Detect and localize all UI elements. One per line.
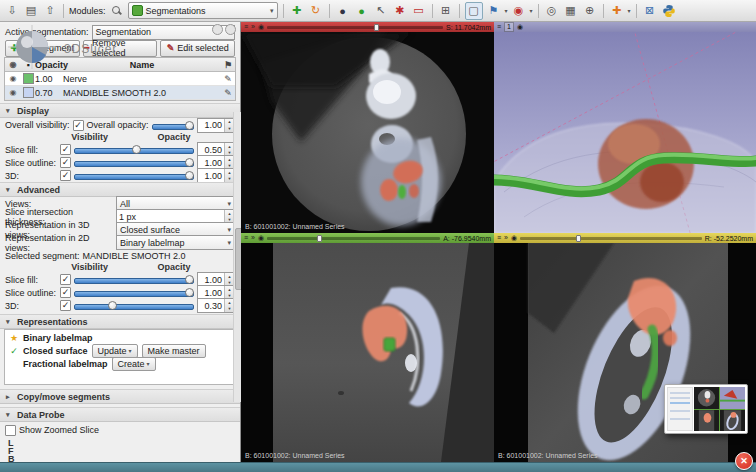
menu-chevron-icon[interactable]: » (251, 22, 255, 32)
panel-pin-icon[interactable] (225, 24, 236, 35)
data-probe-section-header[interactable]: ▾ Data Probe (0, 407, 240, 422)
copy-move-section-header[interactable]: ▸ Copy/move segments (0, 389, 240, 404)
chevron-down-icon[interactable]: ▾ (530, 7, 533, 14)
segment-row-mandible[interactable]: ◉ 0.70 MANDIBLE SMOOTH 2.0 ✎ (5, 86, 235, 100)
chevron-down-icon[interactable]: ▾ (628, 7, 631, 14)
eye-icon[interactable]: ◉ (5, 88, 21, 97)
mouse-mode-icon[interactable]: ▢ (465, 2, 483, 20)
red-slice-offset-slider[interactable] (267, 24, 443, 30)
module-selector[interactable]: Segmentations ▾ (128, 2, 278, 19)
update-button[interactable]: Update ▾ (92, 344, 138, 358)
segment-row-nerve[interactable]: ◉ 1.00 Nerve ✎ (5, 72, 235, 86)
representations-section-header[interactable]: ▾ Representations (0, 314, 240, 329)
pencil-icon[interactable]: ✎ (221, 88, 235, 98)
name-header: Name (63, 60, 221, 70)
adv-slice-outline-checkbox[interactable]: ✓ (60, 287, 71, 298)
overall-opacity-spinbox[interactable]: 1.00 ▲▼ (197, 118, 235, 133)
extensions-icon[interactable]: ⊠ (642, 3, 658, 19)
slice-outline-slider[interactable] (74, 158, 194, 167)
slice-outline-checkbox[interactable]: ✓ (60, 157, 71, 168)
green-slice-controller[interactable]: ≡ » ◉ A: -76.9540mm (241, 233, 494, 243)
adv-threed-slider[interactable] (74, 301, 194, 310)
models-icon[interactable]: ● (354, 3, 370, 19)
place-fiducial-icon[interactable]: ⚑ (486, 3, 502, 19)
markups-icon[interactable]: ✱ (392, 3, 408, 19)
thumbnail-3d (720, 387, 745, 409)
overall-visibility-checkbox[interactable]: ✓ (73, 120, 84, 131)
save-icon[interactable]: ⇧ (42, 3, 58, 19)
threed-render-image[interactable] (494, 32, 756, 233)
panel-help-icon[interactable] (212, 24, 223, 35)
crosshair-icon[interactable]: ✚ (609, 3, 625, 19)
sample-data-icon[interactable]: ✚ (289, 3, 305, 19)
edit-selected-button[interactable]: ✎ Edit selected (160, 40, 235, 57)
screenshot-icon[interactable]: ◎ (544, 3, 560, 19)
closed-surface-row[interactable]: ✓ Closed surface Update ▾ Make master (5, 344, 235, 357)
slice-fill-slider[interactable] (74, 145, 194, 154)
ruler-icon[interactable]: ▭ (411, 3, 427, 19)
advanced-section-header[interactable]: ▾ Advanced (0, 182, 240, 197)
red-slice-controller[interactable]: ≡ » ◉ S: 11.7042mm (241, 22, 494, 32)
scene-icon[interactable]: ● (335, 3, 351, 19)
eye-icon[interactable]: ◉ (5, 74, 21, 83)
show-zoomed-checkbox[interactable] (5, 425, 16, 436)
adv-slice-outline-slider[interactable] (74, 288, 194, 297)
rep2d-select[interactable]: Binary labelmap ▾ (116, 235, 235, 250)
eye-icon[interactable]: ◉ (517, 22, 523, 32)
threed-view[interactable]: ≡ 1 ◉ (494, 22, 756, 233)
thumbnail-panel (667, 387, 693, 431)
create-button[interactable]: Create ▾ (112, 357, 156, 371)
scene-view-restore-icon[interactable]: ⊕ (582, 3, 598, 19)
coronal-slice-image[interactable] (241, 243, 494, 462)
layout-icon[interactable]: ⊞ (438, 3, 454, 19)
adv-slice-fill-slider[interactable] (74, 275, 194, 284)
person-icon[interactable]: ◉ (511, 3, 527, 19)
segment-color-swatch[interactable] (23, 73, 34, 84)
green-slice-offset-slider[interactable] (267, 235, 440, 241)
adv-threed-checkbox[interactable]: ✓ (60, 300, 71, 311)
eye-icon[interactable]: ◉ (258, 233, 264, 243)
data-probe-section-title: Data Probe (17, 410, 65, 420)
yellow-slice-offset-slider[interactable] (520, 235, 702, 241)
pin-icon[interactable]: ≡ (244, 22, 248, 32)
adv-slice-fill-checkbox[interactable]: ✓ (60, 274, 71, 285)
menu-chevron-icon[interactable]: » (251, 233, 255, 243)
load-data-icon[interactable]: ⇩ (4, 3, 20, 19)
eye-icon[interactable]: ◉ (511, 233, 517, 243)
threed-slider[interactable] (74, 171, 194, 180)
green-slice-view[interactable]: ≡ » ◉ A: -76.9540mm (241, 233, 494, 462)
close-overlay-button[interactable]: ✕ (735, 452, 753, 470)
scene-view-icon[interactable]: ▦ (563, 3, 579, 19)
slice-fill-label: Slice fill: (5, 275, 57, 285)
python-console-icon[interactable] (661, 3, 677, 19)
rep3d-value: Closed surface (120, 225, 180, 235)
chevron-down-icon[interactable]: ▾ (505, 7, 508, 14)
threed-checkbox[interactable]: ✓ (60, 170, 71, 181)
screenshot-thumbnail-overlay[interactable] (664, 384, 748, 434)
slice-fill-checkbox[interactable]: ✓ (60, 144, 71, 155)
pin-icon[interactable]: ≡ (497, 22, 501, 32)
fractional-labelmap-row[interactable]: Fractional labelmap Create ▾ (5, 357, 235, 370)
restore-icon[interactable]: ↻ (308, 3, 324, 19)
cursor-icon[interactable]: ↖ (373, 3, 389, 19)
axial-slice-image[interactable] (241, 32, 494, 233)
adv-threed-spinbox[interactable]: 0.30 ▲▼ (197, 298, 235, 313)
load-dicom-icon[interactable]: ▤ (23, 3, 39, 19)
yellow-slice-controller[interactable]: ≡ » ◉ R: -52.2520mm (494, 233, 756, 243)
threed-view-controller[interactable]: ≡ 1 ◉ (494, 22, 756, 32)
threed-spinbox[interactable]: 1.00 ▲▼ (197, 168, 235, 183)
pin-icon[interactable]: ≡ (244, 233, 248, 243)
pin-icon[interactable]: ≡ (497, 233, 501, 243)
eye-icon[interactable]: ◉ (258, 22, 264, 32)
make-master-button[interactable]: Make master (142, 344, 206, 358)
pencil-icon[interactable]: ✎ (221, 74, 235, 84)
menu-chevron-icon[interactable]: » (504, 233, 508, 243)
segment-opacity: 1.00 (35, 74, 63, 84)
overall-visibility-label: Overall visibility: (5, 120, 70, 130)
segment-color-swatch[interactable] (23, 87, 34, 98)
binary-labelmap-row[interactable]: ★ Binary labelmap (5, 331, 235, 344)
red-slice-view[interactable]: ≡ » ◉ S: 11.7042mm (241, 22, 494, 233)
display-section-header[interactable]: ▾ Display (0, 103, 240, 118)
module-search-icon[interactable] (109, 3, 125, 19)
overall-opacity-slider[interactable] (152, 121, 194, 130)
